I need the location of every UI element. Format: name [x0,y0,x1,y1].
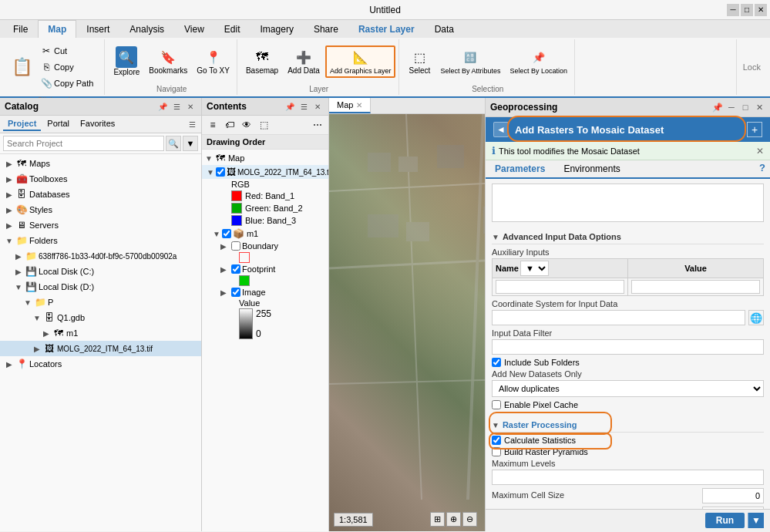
select-by-location-btn[interactable]: 📌 Select By Location [506,46,571,77]
copy-btn[interactable]: ⎘Copy [36,59,97,75]
tab-raster-layer[interactable]: Raster Layer [348,20,425,38]
locators-toggle[interactable]: ▶ [5,360,14,369]
explore-btn[interactable]: 🔍 Explore [109,44,143,79]
geo-help-btn[interactable]: ? [755,160,770,177]
tab-imagery[interactable]: Imagery [251,20,304,38]
m1-expand-arrow[interactable]: ▼ [213,230,220,238]
select-btn[interactable]: ⬚ Select [404,45,435,77]
filter-options-btn[interactable]: ⋯ [310,117,325,133]
add-graphics-layer-btn[interactable]: 📐 Add Graphics Layer [325,45,396,78]
map-tab-main[interactable]: Map ✕ [329,98,371,113]
contents-close-btn[interactable]: ✕ [311,100,324,113]
q1gdb-toggle[interactable]: ▼ [32,314,42,322]
map-zoom-out-btn[interactable]: ⊖ [462,512,477,527]
toolboxes-toggle[interactable]: ▶ [5,175,14,184]
map-grid-btn[interactable]: ⊞ [430,512,445,527]
input-filter-input[interactable] [492,339,764,355]
catalog-tree-folders[interactable]: ▼ 📁 Folders [0,233,201,248]
tab-file[interactable]: File [3,20,38,38]
catalog-search-options-btn[interactable]: ▼ [183,136,198,151]
catalog-tree-q1gdb[interactable]: ▼ 🗄 Q1.gdb [0,310,201,325]
styles-toggle[interactable]: ▶ [5,206,14,214]
add-new-datasets-select[interactable]: Allow duplicates No duplicates allowed O… [492,380,764,397]
catalog-tree-maps[interactable]: ▶ 🗺 Maps [0,156,201,171]
p-toggle[interactable]: ▼ [23,298,32,307]
footprint-layer-row[interactable]: ▶ Footprint [202,264,328,274]
tab-edit[interactable]: Edit [214,20,251,38]
filter-selection-btn[interactable]: ⬚ [256,117,271,133]
contents-pin-btn[interactable]: 📌 [284,100,296,113]
catalog-tree-p[interactable]: ▼ 📁 P [0,295,201,310]
tab-insert[interactable]: Insert [76,20,119,38]
localc-toggle[interactable]: ▶ [14,268,23,276]
build-pyramids-check[interactable] [492,447,501,456]
catalog-options-btn[interactable]: ☰ [186,118,198,130]
tab-analysis[interactable]: Analysis [119,20,174,38]
catalog-tree-folder1[interactable]: ▶ 📁 638ff786-1b33-4d0f-bf9c-5700db00902a [0,248,201,264]
boundary-visibility-check[interactable] [231,241,240,251]
coord-globe-btn[interactable]: 🌐 [748,310,764,325]
geo-close-btn[interactable]: ✕ [753,101,765,113]
cut-btn[interactable]: ✂Cut [36,43,97,59]
catalog-tree-styles[interactable]: ▶ 🎨 Styles [0,202,201,217]
servers-toggle[interactable]: ▶ [5,221,14,230]
locald-toggle[interactable]: ▼ [14,283,23,291]
geo-tool-add-btn[interactable]: + [747,122,762,137]
map-zoom-in-btn[interactable]: ⊕ [446,512,461,527]
aux-value-input[interactable] [631,280,760,294]
input-rasters-field[interactable] [492,184,764,222]
folder1-toggle[interactable]: ▶ [14,252,23,261]
catalog-tree-local-c[interactable]: ▶ 💾 Local Disk (C:) [0,264,201,279]
maps-toggle[interactable]: ▶ [5,160,14,168]
catalog-tab-favorites[interactable]: Favorites [76,117,119,131]
tab-map[interactable]: Map [38,20,76,38]
catalog-close-btn[interactable]: ✕ [184,100,197,113]
tab-data[interactable]: Data [425,20,464,38]
go-to-xy-btn[interactable]: 📍 Go To XY [193,45,234,77]
geo-tab-parameters[interactable]: Parameters [486,160,554,179]
folders-toggle[interactable]: ▼ [5,237,14,245]
geo-info-close-btn[interactable]: ✕ [756,146,764,157]
filter-list-btn[interactable]: ≡ [205,117,220,133]
catalog-pin-btn[interactable]: 📌 [156,100,169,113]
catalog-search-btn[interactable]: 🔍 [166,136,181,151]
calc-statistics-check[interactable] [492,436,501,445]
aux-name-select[interactable]: ▼ [520,261,549,276]
advanced-input-header[interactable]: ▼ Advanced Input Data Options [492,230,764,244]
map-tab-close[interactable]: ✕ [356,101,362,109]
coord-system-input[interactable] [492,310,745,325]
catalog-tree-m1[interactable]: ▶ 🗺 m1 [0,325,201,341]
contents-menu-btn[interactable]: ☰ [298,100,310,113]
minimize-btn[interactable]: ─ [727,4,739,16]
m1-toggle[interactable]: ▶ [42,329,51,338]
catalog-tree-molg[interactable]: ▶ 🖼 MOLG_2022_ITM_64_13.tif [0,341,201,356]
max-levels-input[interactable] [492,470,764,485]
basemap-btn[interactable]: 🗺 Basemap [242,45,282,77]
select-by-attributes-btn[interactable]: 🔠 Select By Attributes [436,46,504,77]
footprint-visibility-check[interactable] [231,264,240,274]
filter-type-btn[interactable]: 🏷 [222,117,237,133]
geo-run-btn[interactable]: Run [705,513,745,528]
catalog-tab-project[interactable]: Project [3,117,41,131]
tab-share[interactable]: Share [304,20,348,38]
add-data-btn[interactable]: ➕ Add Data [284,45,324,77]
include-subfolders-check[interactable] [492,358,501,367]
geo-maximize-btn[interactable]: □ [739,101,752,113]
boundary-expand[interactable]: ▶ [220,242,230,251]
bookmarks-btn[interactable]: 🔖 Bookmarks [145,45,191,77]
geo-run-dropdown-btn[interactable]: ▼ [748,513,764,528]
tab-view[interactable]: View [174,20,214,38]
map-layer-row[interactable]: ▼ 🗺 Map [202,151,328,165]
filter-visibility-btn[interactable]: 👁 [239,117,254,133]
enable-pixel-cache-check[interactable] [492,400,501,409]
image-visibility-check[interactable] [231,288,240,297]
catalog-search-input[interactable] [3,136,164,151]
m1-visibility-check[interactable] [222,229,231,238]
max-cell-size-input[interactable] [702,488,764,503]
catalog-tree-databases[interactable]: ▶ 🗄 Databases [0,187,201,202]
geo-minimize-btn[interactable]: ─ [725,101,738,113]
m1-layer-row[interactable]: ▼ 📦 m1 [202,227,328,241]
map-expand-arrow[interactable]: ▼ [205,154,213,163]
molg-visibility-check[interactable] [216,167,225,177]
image-layer-row[interactable]: ▶ Image [202,287,328,298]
